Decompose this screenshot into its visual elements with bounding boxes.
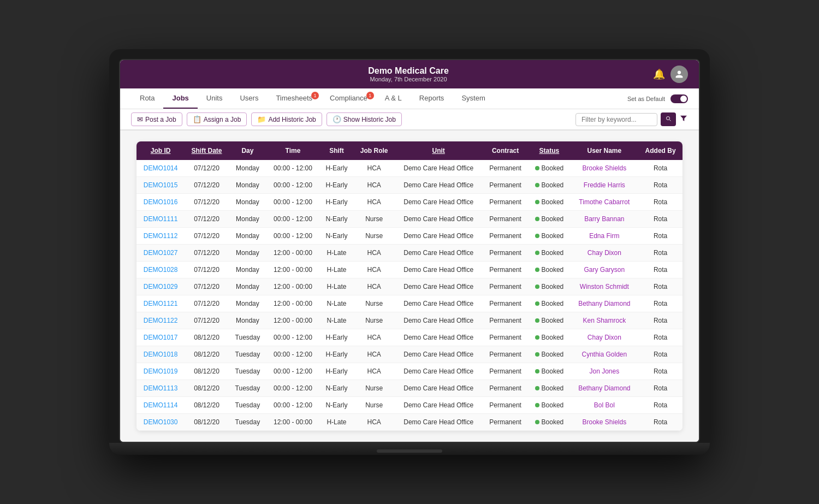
col-added-by: Added By: [638, 141, 682, 160]
cell-user-name[interactable]: Jon Jones: [570, 363, 638, 380]
post-job-button[interactable]: ✉ Post a Job: [131, 112, 182, 126]
nav-tab-timesheets[interactable]: Timesheets 1: [267, 88, 321, 109]
cell-user-name[interactable]: Edna Firm: [570, 228, 638, 245]
status-text: Booked: [542, 334, 564, 341]
cell-job-id[interactable]: DEMO1028: [136, 262, 185, 278]
nav-tab-al[interactable]: A & L: [376, 88, 411, 109]
cell-user-name[interactable]: Barry Bannan: [570, 211, 638, 228]
cell-job-id[interactable]: DEMO1030: [136, 414, 185, 431]
table-row[interactable]: DEMO1030 08/12/20 Tuesday 12:00 - 00:00 …: [136, 414, 682, 431]
cell-job-id[interactable]: DEMO1018: [136, 346, 185, 363]
table-row[interactable]: DEMO1114 08/12/20 Tuesday 00:00 - 12:00 …: [136, 397, 682, 414]
cell-user-name[interactable]: Cynthia Golden: [570, 346, 638, 363]
cell-job-id[interactable]: DEMO1016: [136, 194, 185, 211]
cell-user-name[interactable]: Chay Dixon: [570, 329, 638, 346]
col-shift-date[interactable]: Shift Date: [185, 141, 229, 160]
cell-job-id[interactable]: DEMO1027: [136, 245, 185, 262]
main-content: Job ID Shift Date Day Time Shift Job Rol…: [120, 131, 699, 442]
cell-added-by: Rota: [638, 194, 682, 211]
status-text: Booked: [542, 215, 564, 223]
table-row[interactable]: DEMO1015 07/12/20 Monday 00:00 - 12:00 H…: [136, 177, 682, 194]
cell-job-id[interactable]: DEMO1121: [136, 295, 185, 312]
cell-user-name[interactable]: Bethany Diamond: [570, 380, 638, 397]
cell-job-id[interactable]: DEMO1114: [136, 397, 185, 414]
cell-contract: Permanent: [483, 245, 529, 262]
cell-shift: H-Early: [319, 329, 354, 346]
filter-search-button[interactable]: [661, 112, 676, 126]
cell-shift: H-Late: [319, 414, 354, 431]
col-unit[interactable]: Unit: [395, 141, 483, 160]
nav-tab-reports[interactable]: Reports: [411, 88, 453, 109]
add-historic-job-button[interactable]: 📁 Add Historic Job: [251, 112, 322, 126]
bell-icon[interactable]: 🔔: [653, 68, 665, 80]
app-header: Demo Medical Care Monday, 7th December 2…: [120, 60, 699, 88]
filter-input[interactable]: [575, 113, 657, 126]
cell-shift: N-Early: [319, 380, 354, 397]
cell-user-name[interactable]: Chay Dixon: [570, 245, 638, 262]
show-historic-job-button[interactable]: 🕐 Show Historic Job: [327, 112, 402, 126]
table-row[interactable]: DEMO1027 07/12/20 Monday 12:00 - 00:00 H…: [136, 245, 682, 262]
nav-tab-units[interactable]: Units: [198, 88, 232, 109]
table-row[interactable]: DEMO1113 08/12/20 Tuesday 00:00 - 12:00 …: [136, 380, 682, 397]
status-dot: [535, 335, 539, 340]
table-row[interactable]: DEMO1122 07/12/20 Monday 12:00 - 00:00 N…: [136, 312, 682, 329]
cell-job-id[interactable]: DEMO1015: [136, 177, 185, 194]
table-row[interactable]: DEMO1018 08/12/20 Tuesday 00:00 - 12:00 …: [136, 346, 682, 363]
cell-job-id[interactable]: DEMO1029: [136, 278, 185, 295]
status-dot: [535, 352, 539, 357]
cell-user-name[interactable]: Bol Bol: [570, 397, 638, 414]
nav-tab-users[interactable]: Users: [231, 88, 267, 109]
nav-tab-compliance[interactable]: Compliance 1: [321, 88, 376, 109]
filter-funnel-button[interactable]: [679, 114, 688, 125]
cell-day: Tuesday: [229, 363, 266, 380]
table-row[interactable]: DEMO1017 08/12/20 Tuesday 00:00 - 12:00 …: [136, 329, 682, 346]
table-row[interactable]: DEMO1112 07/12/20 Monday 00:00 - 12:00 N…: [136, 228, 682, 245]
table-row[interactable]: DEMO1029 07/12/20 Monday 12:00 - 00:00 H…: [136, 278, 682, 295]
cell-status: Booked: [528, 245, 570, 262]
nav-tab-jobs[interactable]: Jobs: [163, 88, 197, 109]
table-row[interactable]: DEMO1016 07/12/20 Monday 00:00 - 12:00 H…: [136, 194, 682, 211]
cell-user-name[interactable]: Brooke Shields: [570, 414, 638, 431]
cell-user-name[interactable]: Bethany Diamond: [570, 295, 638, 312]
header-title: Demo Medical Care Monday, 7th December 2…: [164, 66, 653, 82]
col-status[interactable]: Status: [528, 141, 570, 160]
cell-shift-date: 07/12/20: [185, 160, 229, 177]
table-row[interactable]: DEMO1111 07/12/20 Monday 00:00 - 12:00 N…: [136, 211, 682, 228]
cell-time: 00:00 - 12:00: [266, 380, 319, 397]
cell-user-name[interactable]: Brooke Shields: [570, 160, 638, 177]
assign-job-button[interactable]: 📋 Assign a Job: [187, 112, 247, 126]
cell-user-name[interactable]: Freddie Harris: [570, 177, 638, 194]
cell-job-id[interactable]: DEMO1014: [136, 160, 185, 177]
cell-time: 00:00 - 12:00: [266, 211, 319, 228]
cell-user-name[interactable]: Timothe Cabarrot: [570, 194, 638, 211]
nav-tab-rota[interactable]: Rota: [131, 88, 163, 109]
cell-day: Monday: [229, 177, 266, 194]
cell-added-by: Rota: [638, 262, 682, 278]
cell-job-id[interactable]: DEMO1112: [136, 228, 185, 245]
nav-tab-system[interactable]: System: [453, 88, 494, 109]
cell-contract: Permanent: [483, 177, 529, 194]
status-dot: [535, 420, 539, 424]
cell-user-name[interactable]: Ken Shamrock: [570, 312, 638, 329]
cell-job-id[interactable]: DEMO1019: [136, 363, 185, 380]
cell-user-name[interactable]: Winston Schmidt: [570, 278, 638, 295]
cell-shift-date: 07/12/20: [185, 278, 229, 295]
status-dot: [535, 386, 539, 390]
table-row[interactable]: DEMO1121 07/12/20 Monday 12:00 - 00:00 N…: [136, 295, 682, 312]
table-row[interactable]: DEMO1014 07/12/20 Monday 00:00 - 12:00 H…: [136, 160, 682, 177]
laptop-base: [109, 443, 710, 455]
cell-job-id[interactable]: DEMO1017: [136, 329, 185, 346]
avatar[interactable]: [670, 66, 688, 83]
cell-day: Monday: [229, 160, 266, 177]
cell-job-id[interactable]: DEMO1113: [136, 380, 185, 397]
cell-user-name[interactable]: Gary Garyson: [570, 262, 638, 278]
add-historic-icon: 📁: [257, 115, 266, 123]
cell-job-id[interactable]: DEMO1111: [136, 211, 185, 228]
status-text: Booked: [542, 351, 564, 358]
col-job-id[interactable]: Job ID: [136, 141, 185, 160]
table-row[interactable]: DEMO1019 08/12/20 Tuesday 00:00 - 12:00 …: [136, 363, 682, 380]
table-row[interactable]: DEMO1028 07/12/20 Monday 12:00 - 00:00 H…: [136, 262, 682, 278]
cell-status: Booked: [528, 346, 570, 363]
cell-job-id[interactable]: DEMO1122: [136, 312, 185, 329]
set-default-toggle[interactable]: [670, 94, 688, 103]
